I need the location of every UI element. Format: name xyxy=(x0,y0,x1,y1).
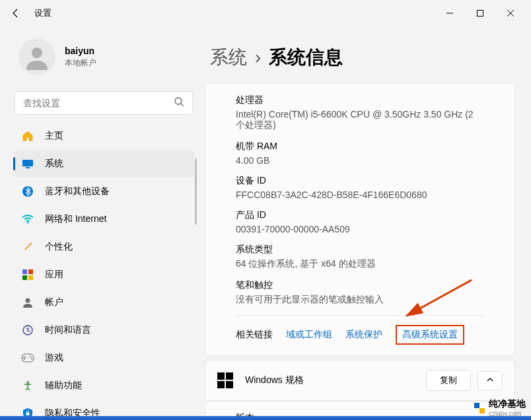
nav-item-home[interactable]: 主页 xyxy=(13,123,194,149)
nav-label: 个性化 xyxy=(45,241,73,253)
device-specs-card: 处理器Intel(R) Core(TM) i5-6600K CPU @ 3.50… xyxy=(205,83,515,356)
profile-section[interactable]: baiyun 本地帐户 xyxy=(13,26,194,91)
svg-rect-6 xyxy=(26,167,30,168)
svg-point-18 xyxy=(31,358,32,359)
breadcrumb-parent[interactable]: 系统 xyxy=(210,45,247,70)
system-icon xyxy=(21,157,34,170)
home-icon xyxy=(21,129,34,143)
nav-item-account[interactable]: 帐户 xyxy=(13,289,194,316)
search-box[interactable] xyxy=(15,91,193,115)
nav-item-apps[interactable]: 应用 xyxy=(13,262,194,288)
avatar xyxy=(18,38,55,75)
account-icon xyxy=(21,296,34,309)
spec-row: 系统类型64 位操作系统, 基于 x64 的处理器 xyxy=(236,244,484,270)
spec-row: 产品 ID00391-70000-00000-AA509 xyxy=(236,209,484,234)
svg-rect-11 xyxy=(22,275,27,280)
nav-item-system[interactable]: 系统 xyxy=(13,151,194,177)
svg-rect-23 xyxy=(479,408,485,413)
watermark: 纯净基地 czlaby.com xyxy=(473,398,526,417)
spec-value: 00391-70000-00000-AA509 xyxy=(236,224,484,234)
svg-rect-12 xyxy=(28,275,33,280)
breadcrumb-current: 系统信息 xyxy=(269,45,343,70)
spec-label: 笔和触控 xyxy=(236,279,484,291)
nav-item-wifi[interactable]: 网络和 Internet xyxy=(13,206,194,232)
nav-label: 游戏 xyxy=(45,352,63,364)
nav-label: 应用 xyxy=(45,269,63,281)
spec-value: 64 位操作系统, 基于 x64 的处理器 xyxy=(236,258,484,270)
svg-point-13 xyxy=(26,298,30,303)
svg-rect-5 xyxy=(22,160,33,166)
links-label: 相关链接 xyxy=(236,329,273,341)
search-input[interactable] xyxy=(23,98,174,108)
svg-point-8 xyxy=(27,222,29,224)
svg-point-19 xyxy=(26,381,29,384)
svg-point-2 xyxy=(32,48,42,58)
apps-icon xyxy=(21,268,34,281)
nav-label: 时间和语言 xyxy=(45,324,91,336)
brush-icon xyxy=(21,240,34,254)
svg-point-17 xyxy=(30,356,31,357)
nav-list: 主页系统蓝牙和其他设备网络和 Internet个性化应用帐户文时间和语言游戏辅助… xyxy=(13,123,194,420)
nav-label: 辅助功能 xyxy=(45,380,82,392)
link-advanced-system-settings[interactable]: 高级系统设置 xyxy=(396,325,464,345)
search-icon xyxy=(174,96,184,110)
profile-type: 本地帐户 xyxy=(65,57,96,69)
spec-row: 笔和触控没有可用于此显示器的笔或触控输入 xyxy=(236,279,484,306)
sidebar: baiyun 本地帐户 主页系统蓝牙和其他设备网络和 Internet个性化应用… xyxy=(0,26,198,420)
close-button[interactable] xyxy=(495,3,526,24)
svg-rect-1 xyxy=(478,11,483,17)
svg-point-3 xyxy=(175,98,182,104)
link-domain-workgroup[interactable]: 域或工作组 xyxy=(286,329,332,341)
windows-icon xyxy=(217,372,233,388)
link-system-protection[interactable]: 系统保护 xyxy=(345,329,382,341)
svg-text:文: 文 xyxy=(26,327,30,332)
spec-label: 机带 RAM xyxy=(236,141,484,153)
spec-label: 产品 ID xyxy=(236,209,484,221)
svg-rect-10 xyxy=(28,269,33,274)
scrollbar[interactable] xyxy=(195,158,197,225)
copy-button[interactable]: 复制 xyxy=(426,370,471,391)
spec-row: 设备 IDFFCC08B7-3A2C-428D-B58E-4F166E6D068… xyxy=(236,175,484,200)
nav-item-access[interactable]: 辅助功能 xyxy=(13,372,194,399)
svg-rect-20 xyxy=(26,413,30,415)
spec-label: 设备 ID xyxy=(236,175,484,187)
breadcrumb: 系统 › 系统信息 xyxy=(205,26,515,83)
spec-row: 机带 RAM4.00 GB xyxy=(236,141,484,166)
svg-rect-9 xyxy=(22,269,27,274)
bluetooth-icon xyxy=(21,185,34,198)
svg-line-4 xyxy=(181,104,184,106)
wifi-icon xyxy=(21,213,34,226)
nav-label: 主页 xyxy=(45,130,63,142)
access-icon xyxy=(21,379,34,392)
svg-rect-22 xyxy=(474,403,479,408)
nav-label: 帐户 xyxy=(45,297,63,308)
spec-value: 没有可用于此显示器的笔或触控输入 xyxy=(236,294,484,306)
spec-row: 处理器Intel(R) Core(TM) i5-6600K CPU @ 3.50… xyxy=(236,94,484,131)
chevron-up-icon xyxy=(486,376,494,384)
spec-label: 处理器 xyxy=(236,94,484,106)
windows-specs-title: Windows 规格 xyxy=(245,374,426,386)
back-button[interactable] xyxy=(5,3,26,24)
nav-item-time[interactable]: 文时间和语言 xyxy=(13,317,194,343)
breadcrumb-sep: › xyxy=(255,47,261,68)
profile-name: baiyun xyxy=(65,46,96,56)
game-icon xyxy=(21,351,34,365)
expand-button[interactable] xyxy=(478,371,503,390)
nav-label: 网络和 Internet xyxy=(45,213,106,225)
spec-value: Intel(R) Core(TM) i5-6600K CPU @ 3.50GHz… xyxy=(236,109,484,131)
nav-label: 蓝牙和其他设备 xyxy=(45,186,110,197)
maximize-button[interactable] xyxy=(465,3,495,24)
spec-value: FFCC08B7-3A2C-428D-B58E-4F166E6D0680 xyxy=(236,190,484,200)
spec-value: 4.00 GB xyxy=(236,155,484,166)
nav-item-bluetooth[interactable]: 蓝牙和其他设备 xyxy=(13,178,194,205)
related-links: 相关链接 域或工作组 系统保护 高级系统设置 xyxy=(236,315,484,345)
minimize-button[interactable] xyxy=(435,3,465,24)
nav-item-game[interactable]: 游戏 xyxy=(13,345,194,371)
spec-label: 系统类型 xyxy=(236,244,484,256)
taskbar xyxy=(0,416,531,420)
nav-label: 系统 xyxy=(45,158,63,170)
nav-item-brush[interactable]: 个性化 xyxy=(13,234,194,260)
windows-specs-expander[interactable]: Windows 规格 复制 xyxy=(205,360,515,401)
window-title: 设置 xyxy=(34,7,52,19)
time-icon: 文 xyxy=(21,324,34,337)
